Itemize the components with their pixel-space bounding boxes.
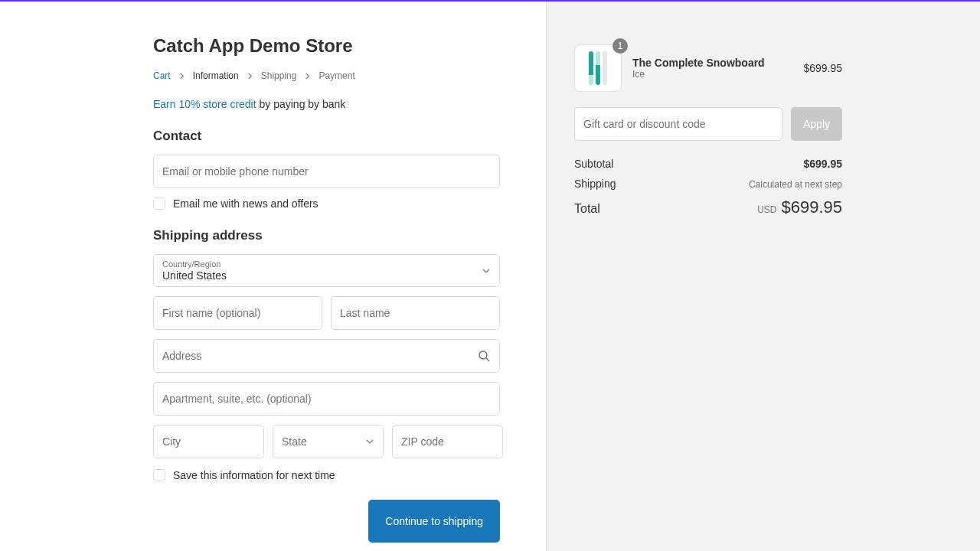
- subtotal-row: Subtotal $699.95: [574, 158, 842, 170]
- product-price: $699.95: [803, 62, 842, 74]
- country-select[interactable]: Country/Region United States: [153, 254, 500, 287]
- discount-field[interactable]: [574, 107, 782, 141]
- svg-line-1: [486, 358, 489, 361]
- state-select[interactable]: State: [273, 425, 384, 458]
- saveinfo-checkbox[interactable]: [153, 469, 165, 481]
- breadcrumb-payment: Payment: [318, 70, 354, 81]
- apartment-input[interactable]: [162, 393, 491, 405]
- continue-button[interactable]: Continue to shipping: [368, 500, 500, 543]
- saveinfo-row[interactable]: Save this information for next time: [153, 469, 500, 481]
- search-icon[interactable]: [478, 350, 490, 362]
- store-title: Catch App Demo Store: [153, 35, 500, 57]
- shipping-heading: Shipping address: [153, 228, 500, 243]
- product-info: The Complete Snowboard Ice: [632, 57, 792, 80]
- firstname-input[interactable]: [162, 307, 313, 319]
- snowboard-graphic: [589, 51, 593, 85]
- newsletter-checkbox[interactable]: [153, 197, 165, 210]
- total-value: $699.95: [781, 197, 842, 217]
- currency-label: USD: [757, 204, 776, 215]
- chevron-right-icon: [304, 73, 311, 80]
- saveinfo-label: Save this information for next time: [173, 469, 335, 481]
- quantity-badge: 1: [612, 38, 628, 54]
- product-thumb-wrap: 1: [574, 44, 622, 92]
- zip-input[interactable]: [401, 435, 494, 448]
- firstname-field[interactable]: [153, 296, 322, 330]
- chevron-right-icon: [178, 73, 185, 80]
- country-value: United States: [162, 269, 227, 282]
- chevron-down-icon: [366, 438, 374, 445]
- discount-input[interactable]: [583, 118, 773, 130]
- svg-point-0: [479, 351, 487, 359]
- snowboard-graphic: [603, 51, 607, 85]
- city-field[interactable]: [153, 425, 264, 458]
- promo-text: by paying by bank: [256, 98, 346, 110]
- order-summary-panel: 1 The Complete Snowboard Ice $699.95 App…: [546, 2, 980, 551]
- checkout-form-panel: Catch App Demo Store Cart Information Sh…: [0, 2, 546, 551]
- subtotal-value: $699.95: [803, 158, 842, 170]
- snowboard-graphic: [596, 51, 600, 85]
- newsletter-label: Email me with news and offers: [173, 197, 318, 210]
- checkout-page: Catch App Demo Store Cart Information Sh…: [0, 2, 980, 551]
- breadcrumb-information: Information: [193, 70, 239, 81]
- shipping-row: Shipping Calculated at next step: [574, 178, 842, 190]
- state-placeholder: State: [282, 435, 307, 448]
- product-name: The Complete Snowboard: [632, 57, 792, 69]
- city-input[interactable]: [162, 435, 255, 448]
- subtotal-label: Subtotal: [574, 158, 613, 170]
- total-row: Total USD$699.95: [574, 197, 842, 217]
- contact-field[interactable]: [153, 155, 500, 188]
- address-field[interactable]: [153, 339, 500, 373]
- product-variant: Ice: [632, 69, 792, 80]
- apply-button[interactable]: Apply: [791, 107, 842, 141]
- product-row: 1 The Complete Snowboard Ice $699.95: [574, 44, 842, 92]
- apartment-field[interactable]: [153, 382, 500, 416]
- chevron-right-icon: [247, 73, 253, 80]
- discount-row: Apply: [574, 107, 842, 141]
- contact-heading: Contact: [153, 129, 500, 144]
- shipping-value: Calculated at next step: [749, 179, 842, 190]
- shipping-label: Shipping: [574, 178, 616, 190]
- zip-field[interactable]: [392, 425, 503, 458]
- breadcrumb: Cart Information Shipping Payment: [153, 70, 500, 81]
- total-label: Total: [574, 202, 600, 216]
- lastname-field[interactable]: [331, 296, 500, 330]
- newsletter-row[interactable]: Email me with news and offers: [153, 197, 500, 210]
- lastname-input[interactable]: [340, 307, 491, 319]
- breadcrumb-shipping: Shipping: [261, 70, 297, 81]
- contact-input[interactable]: [162, 165, 491, 178]
- promo-banner: Earn 10% store credit by paying by bank: [153, 98, 500, 110]
- promo-link[interactable]: Earn 10% store credit: [153, 98, 256, 110]
- breadcrumb-cart[interactable]: Cart: [153, 70, 171, 81]
- country-label: Country/Region: [162, 259, 491, 269]
- address-input[interactable]: [162, 350, 491, 362]
